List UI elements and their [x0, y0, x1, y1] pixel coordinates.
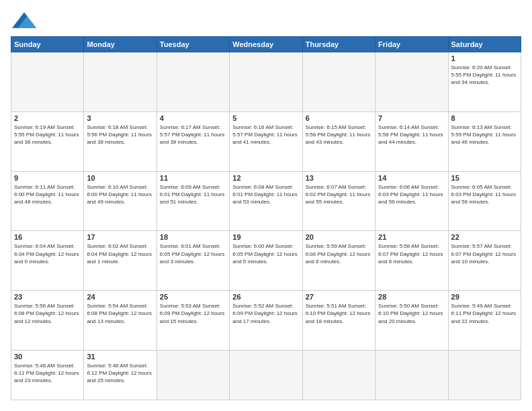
- logo: [11, 11, 36, 30]
- day-info: Sunrise: 5:54 AM Sunset: 6:08 PM Dayligh…: [87, 302, 153, 325]
- day-number: 21: [378, 233, 445, 241]
- calendar-cell: 16Sunrise: 6:04 AM Sunset: 6:04 PM Dayli…: [11, 231, 84, 291]
- calendar-cell: 11Sunrise: 6:09 AM Sunset: 6:01 PM Dayli…: [157, 171, 229, 231]
- page: SundayMondayTuesdayWednesdayThursdayFrid…: [0, 0, 532, 411]
- calendar-week-row: 23Sunrise: 5:56 AM Sunset: 6:08 PM Dayli…: [11, 291, 521, 351]
- calendar-cell: 26Sunrise: 5:52 AM Sunset: 6:09 PM Dayli…: [230, 291, 302, 351]
- day-number: 23: [14, 293, 81, 301]
- calendar-cell: 23Sunrise: 5:56 AM Sunset: 6:08 PM Dayli…: [11, 291, 84, 351]
- calendar-cell: 1Sunrise: 6:20 AM Sunset: 5:55 PM Daylig…: [448, 52, 521, 112]
- calendar-cell: 8Sunrise: 6:13 AM Sunset: 5:59 PM Daylig…: [448, 111, 521, 171]
- calendar-cell: [230, 350, 302, 400]
- day-info: Sunrise: 6:15 AM Sunset: 5:58 PM Dayligh…: [306, 124, 372, 146]
- day-info: Sunrise: 5:58 AM Sunset: 6:07 PM Dayligh…: [378, 242, 445, 265]
- calendar-cell: 18Sunrise: 6:01 AM Sunset: 6:05 PM Dayli…: [157, 231, 229, 291]
- day-info: Sunrise: 6:10 AM Sunset: 6:00 PM Dayligh…: [87, 183, 153, 206]
- day-number: 29: [451, 293, 518, 301]
- calendar-cell: 19Sunrise: 6:00 AM Sunset: 6:05 PM Dayli…: [230, 231, 302, 291]
- calendar-cell: 10Sunrise: 6:10 AM Sunset: 6:00 PM Dayli…: [84, 171, 157, 231]
- calendar-cell: 12Sunrise: 6:08 AM Sunset: 6:01 PM Dayli…: [230, 171, 302, 231]
- day-info: Sunrise: 5:49 AM Sunset: 6:11 PM Dayligh…: [451, 302, 518, 325]
- calendar-cell: 15Sunrise: 6:05 AM Sunset: 6:03 PM Dayli…: [448, 171, 521, 231]
- day-info: Sunrise: 6:16 AM Sunset: 5:57 PM Dayligh…: [232, 124, 299, 146]
- calendar-day-header: Saturday: [448, 37, 521, 52]
- calendar-cell: 20Sunrise: 5:59 AM Sunset: 6:06 PM Dayli…: [302, 231, 375, 291]
- day-info: Sunrise: 6:02 AM Sunset: 6:04 PM Dayligh…: [87, 242, 153, 265]
- calendar-cell: 4Sunrise: 6:17 AM Sunset: 5:57 PM Daylig…: [157, 111, 229, 171]
- day-info: Sunrise: 6:07 AM Sunset: 6:02 PM Dayligh…: [306, 183, 372, 206]
- calendar-cell: [157, 52, 229, 112]
- calendar-cell: 13Sunrise: 6:07 AM Sunset: 6:02 PM Dayli…: [302, 171, 375, 231]
- day-info: Sunrise: 5:48 AM Sunset: 6:11 PM Dayligh…: [14, 362, 81, 385]
- day-number: 30: [14, 353, 81, 361]
- calendar-cell: [11, 52, 84, 112]
- day-info: Sunrise: 6:18 AM Sunset: 5:56 PM Dayligh…: [87, 124, 153, 146]
- calendar-day-header: Friday: [375, 37, 448, 52]
- day-number: 13: [306, 174, 372, 182]
- day-info: Sunrise: 6:13 AM Sunset: 5:59 PM Dayligh…: [451, 124, 518, 146]
- day-number: 2: [14, 114, 81, 122]
- calendar-cell: 6Sunrise: 6:15 AM Sunset: 5:58 PM Daylig…: [302, 111, 375, 171]
- calendar-header-row: SundayMondayTuesdayWednesdayThursdayFrid…: [11, 37, 521, 52]
- calendar-cell: 29Sunrise: 5:49 AM Sunset: 6:11 PM Dayli…: [448, 291, 521, 351]
- day-info: Sunrise: 6:06 AM Sunset: 6:03 PM Dayligh…: [378, 183, 445, 206]
- calendar-week-row: 2Sunrise: 6:19 AM Sunset: 5:55 PM Daylig…: [11, 111, 521, 171]
- day-info: Sunrise: 6:14 AM Sunset: 5:58 PM Dayligh…: [378, 124, 445, 146]
- day-number: 24: [87, 293, 153, 301]
- day-number: 16: [14, 233, 81, 241]
- calendar-cell: 31Sunrise: 5:46 AM Sunset: 6:12 PM Dayli…: [84, 350, 157, 400]
- calendar-cell: 21Sunrise: 5:58 AM Sunset: 6:07 PM Dayli…: [375, 231, 448, 291]
- day-info: Sunrise: 5:53 AM Sunset: 6:09 PM Dayligh…: [160, 302, 226, 325]
- calendar-cell: 28Sunrise: 5:50 AM Sunset: 6:10 PM Dayli…: [375, 291, 448, 351]
- day-info: Sunrise: 5:46 AM Sunset: 6:12 PM Dayligh…: [87, 362, 153, 385]
- calendar-week-row: 16Sunrise: 6:04 AM Sunset: 6:04 PM Dayli…: [11, 231, 521, 291]
- calendar-table: SundayMondayTuesdayWednesdayThursdayFrid…: [11, 36, 521, 400]
- day-number: 18: [160, 233, 226, 241]
- day-info: Sunrise: 5:59 AM Sunset: 6:06 PM Dayligh…: [306, 242, 372, 265]
- day-number: 12: [232, 174, 299, 182]
- day-number: 31: [87, 353, 153, 361]
- day-number: 19: [232, 233, 299, 241]
- calendar-cell: 25Sunrise: 5:53 AM Sunset: 6:09 PM Dayli…: [157, 291, 229, 351]
- day-number: 3: [87, 114, 153, 122]
- header: [11, 11, 521, 30]
- calendar-cell: [375, 52, 448, 112]
- day-number: 6: [306, 114, 372, 122]
- day-info: Sunrise: 5:52 AM Sunset: 6:09 PM Dayligh…: [232, 302, 299, 325]
- day-info: Sunrise: 5:50 AM Sunset: 6:10 PM Dayligh…: [378, 302, 445, 325]
- day-number: 20: [306, 233, 372, 241]
- day-number: 1: [451, 54, 518, 62]
- day-number: 28: [378, 293, 445, 301]
- day-number: 8: [451, 114, 518, 122]
- day-info: Sunrise: 6:01 AM Sunset: 6:05 PM Dayligh…: [160, 242, 226, 265]
- day-info: Sunrise: 5:56 AM Sunset: 6:08 PM Dayligh…: [14, 302, 81, 325]
- calendar-day-header: Tuesday: [157, 37, 229, 52]
- day-info: Sunrise: 6:19 AM Sunset: 5:55 PM Dayligh…: [14, 124, 81, 146]
- calendar-cell: [157, 350, 229, 400]
- day-info: Sunrise: 6:04 AM Sunset: 6:04 PM Dayligh…: [14, 242, 81, 265]
- day-number: 25: [160, 293, 226, 301]
- day-number: 17: [87, 233, 153, 241]
- calendar-cell: 22Sunrise: 5:57 AM Sunset: 6:07 PM Dayli…: [448, 231, 521, 291]
- calendar-cell: 3Sunrise: 6:18 AM Sunset: 5:56 PM Daylig…: [84, 111, 157, 171]
- day-number: 4: [160, 114, 226, 122]
- day-number: 14: [378, 174, 445, 182]
- calendar-cell: [230, 52, 302, 112]
- day-info: Sunrise: 6:11 AM Sunset: 6:00 PM Dayligh…: [14, 183, 81, 206]
- logo-icon: [12, 11, 36, 30]
- day-info: Sunrise: 6:05 AM Sunset: 6:03 PM Dayligh…: [451, 183, 518, 206]
- calendar-week-row: 1Sunrise: 6:20 AM Sunset: 5:55 PM Daylig…: [11, 52, 521, 112]
- day-info: Sunrise: 6:20 AM Sunset: 5:55 PM Dayligh…: [451, 64, 518, 87]
- calendar-day-header: Monday: [84, 37, 157, 52]
- day-number: 9: [14, 174, 81, 182]
- day-info: Sunrise: 5:51 AM Sunset: 6:10 PM Dayligh…: [306, 302, 372, 325]
- calendar-week-row: 9Sunrise: 6:11 AM Sunset: 6:00 PM Daylig…: [11, 171, 521, 231]
- calendar-cell: 27Sunrise: 5:51 AM Sunset: 6:10 PM Dayli…: [302, 291, 375, 351]
- calendar-cell: 30Sunrise: 5:48 AM Sunset: 6:11 PM Dayli…: [11, 350, 84, 400]
- calendar-cell: 14Sunrise: 6:06 AM Sunset: 6:03 PM Dayli…: [375, 171, 448, 231]
- calendar-cell: 7Sunrise: 6:14 AM Sunset: 5:58 PM Daylig…: [375, 111, 448, 171]
- calendar-cell: [84, 52, 157, 112]
- day-info: Sunrise: 6:17 AM Sunset: 5:57 PM Dayligh…: [160, 124, 226, 146]
- day-info: Sunrise: 6:09 AM Sunset: 6:01 PM Dayligh…: [160, 183, 226, 206]
- calendar-week-row: 30Sunrise: 5:48 AM Sunset: 6:11 PM Dayli…: [11, 350, 521, 400]
